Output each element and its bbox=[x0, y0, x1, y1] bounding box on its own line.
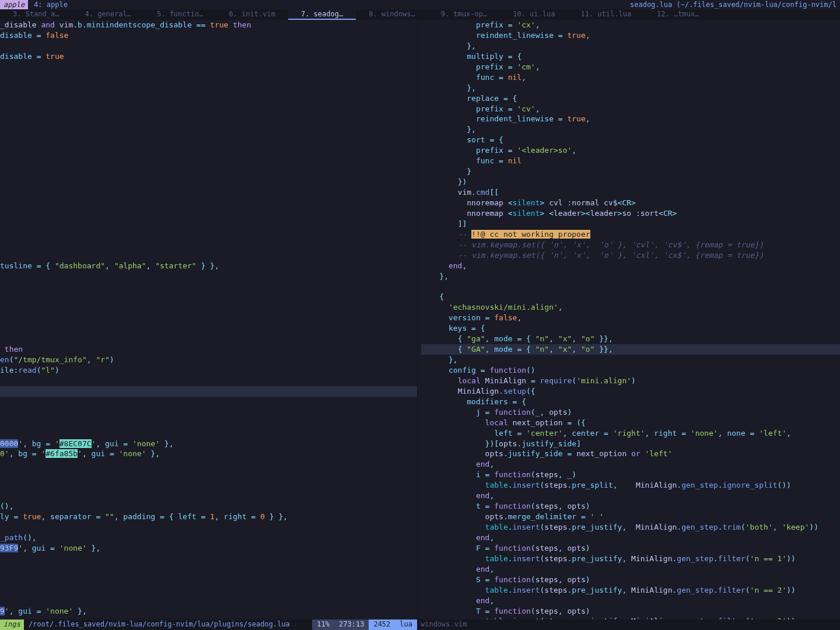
code-line[interactable]: prefix = '<leader>so', bbox=[421, 145, 840, 156]
code-line[interactable]: })[opts.justify_side] bbox=[421, 439, 840, 449]
code-line[interactable] bbox=[0, 491, 417, 501]
code-line[interactable]: en("/tmp/tmux_info", "r") bbox=[0, 355, 417, 365]
code-line[interactable] bbox=[0, 41, 417, 51]
code-line[interactable] bbox=[421, 281, 840, 292]
code-line[interactable]: }, bbox=[421, 271, 840, 282]
tmux-window-active[interactable]: 4: apple bbox=[28, 0, 74, 9]
code-line[interactable]: prefix = 'cx', bbox=[421, 20, 840, 30]
code-line[interactable]: }, bbox=[421, 41, 840, 51]
code-line[interactable]: opts.justify_side = next_option or 'left… bbox=[421, 449, 840, 459]
code-line[interactable]: T = function(steps, opts) bbox=[421, 606, 840, 617]
code-line[interactable] bbox=[0, 386, 417, 397]
code-line[interactable]: }, bbox=[421, 83, 840, 93]
code-line[interactable]: }) bbox=[421, 177, 840, 187]
code-line[interactable] bbox=[0, 522, 417, 533]
code-line[interactable] bbox=[0, 292, 417, 302]
code-line[interactable] bbox=[0, 93, 417, 104]
code-line[interactable]: prefix = 'cv', bbox=[421, 104, 840, 114]
code-line[interactable]: modifiers = { bbox=[421, 397, 840, 407]
code-line[interactable] bbox=[0, 240, 417, 250]
code-line[interactable] bbox=[0, 177, 417, 187]
code-line[interactable] bbox=[0, 114, 417, 124]
code-line[interactable] bbox=[0, 229, 417, 240]
code-line[interactable]: func = nil, bbox=[421, 72, 840, 83]
code-line[interactable]: reindent_linewise = true, bbox=[421, 114, 840, 124]
buffer-tab[interactable]: 4. general… bbox=[72, 9, 144, 20]
code-line[interactable] bbox=[0, 554, 417, 564]
code-line[interactable]: 'echasnovski/mini.align', bbox=[421, 302, 840, 313]
buffer-tab[interactable]: 8. windows… bbox=[356, 9, 428, 20]
code-line[interactable] bbox=[0, 397, 417, 407]
code-line[interactable] bbox=[0, 198, 417, 208]
buffer-tab[interactable]: 6. init.vim bbox=[216, 9, 288, 20]
code-line[interactable] bbox=[0, 407, 417, 418]
code-line[interactable]: } bbox=[421, 166, 840, 177]
code-line[interactable] bbox=[0, 219, 417, 229]
code-line[interactable] bbox=[0, 302, 417, 313]
code-line[interactable] bbox=[0, 585, 417, 596]
code-line[interactable]: { bbox=[421, 292, 840, 302]
code-line[interactable]: tusline = { "dashboard", "alpha", "start… bbox=[0, 261, 417, 271]
code-line[interactable]: config = function() bbox=[421, 365, 840, 376]
code-line[interactable]: replace = { bbox=[421, 93, 840, 104]
code-line[interactable] bbox=[0, 459, 417, 470]
code-line[interactable] bbox=[0, 575, 417, 585]
code-line[interactable] bbox=[0, 83, 417, 93]
code-line[interactable] bbox=[0, 104, 417, 114]
code-line[interactable]: -- vim.keymap.set({ 'n', 'x', 'o' }, 'cv… bbox=[421, 240, 840, 250]
code-line[interactable]: S = function(steps, opts) bbox=[421, 575, 840, 585]
code-line[interactable] bbox=[0, 281, 417, 292]
code-line[interactable]: i = function(steps, _) bbox=[421, 470, 840, 480]
code-line[interactable] bbox=[0, 166, 417, 177]
code-line[interactable] bbox=[0, 470, 417, 480]
code-line[interactable]: keys = { bbox=[421, 323, 840, 334]
code-line[interactable] bbox=[0, 62, 417, 72]
code-line[interactable]: table.insert(steps.pre_justify, MiniAlig… bbox=[421, 522, 840, 533]
code-line[interactable] bbox=[0, 564, 417, 575]
code-line[interactable]: disable = false bbox=[0, 30, 417, 41]
buffer-tab[interactable]: 7. seadog… bbox=[288, 9, 356, 20]
code-line[interactable]: disable = true bbox=[0, 51, 417, 62]
code-line[interactable]: nnoremap <silent> <leader><leader>so :so… bbox=[421, 208, 840, 219]
code-line[interactable] bbox=[0, 271, 417, 282]
code-line[interactable] bbox=[0, 313, 417, 323]
code-line[interactable]: local MiniAlign = require('mini.align') bbox=[421, 376, 840, 386]
code-line[interactable]: 0', bg = '#6fa85b', gui = 'none' }, bbox=[0, 449, 417, 459]
code-line[interactable]: left = 'center', center = 'right', right… bbox=[421, 428, 840, 439]
code-line[interactable] bbox=[0, 156, 417, 166]
code-line[interactable] bbox=[0, 72, 417, 83]
buffer-tab[interactable]: 5. functio… bbox=[144, 9, 216, 20]
code-line[interactable]: local next_option = ({ bbox=[421, 418, 840, 428]
code-line[interactable]: then bbox=[0, 344, 417, 355]
code-line[interactable]: end, bbox=[421, 459, 840, 470]
code-line[interactable] bbox=[0, 145, 417, 156]
code-line[interactable]: 93F9', gui = 'none' }, bbox=[0, 543, 417, 554]
code-line[interactable]: ]] bbox=[421, 219, 840, 229]
code-line[interactable]: end, bbox=[421, 564, 840, 575]
code-line[interactable] bbox=[0, 250, 417, 261]
code-line[interactable] bbox=[0, 480, 417, 491]
code-line[interactable]: ly = true, separator = "", padding = { l… bbox=[0, 512, 417, 522]
code-line[interactable]: { "ga", mode = { "n", "x", "o" }}, bbox=[421, 334, 840, 344]
code-line[interactable] bbox=[0, 596, 417, 606]
code-line[interactable]: (), bbox=[0, 501, 417, 512]
code-line[interactable]: -- !!@ cc not working propoer bbox=[421, 229, 840, 240]
code-line[interactable]: _disable and vim.b.miniindentscope_disab… bbox=[0, 20, 417, 30]
buffer-tab[interactable]: 12. …tmux… bbox=[644, 9, 712, 20]
code-line[interactable]: end, bbox=[421, 491, 840, 501]
code-line[interactable]: reindent_linewise = true, bbox=[421, 30, 840, 41]
buffer-tab[interactable]: 3. Stand_a… bbox=[0, 9, 72, 20]
editor-pane-right[interactable]: prefix = 'cx', reindent_linewise = true,… bbox=[417, 20, 840, 620]
code-line[interactable] bbox=[0, 428, 417, 439]
code-line[interactable]: }, bbox=[421, 124, 840, 135]
buffer-tab[interactable]: 11. util.lua bbox=[568, 9, 644, 20]
code-line[interactable]: }, bbox=[421, 355, 840, 365]
code-line[interactable]: vim.cmd[[ bbox=[421, 187, 840, 198]
code-line[interactable]: 0000', bg = '#8EC07C', gui = 'none' }, bbox=[0, 439, 417, 449]
code-line[interactable]: table.insert(steps.pre_split, MiniAlign.… bbox=[421, 480, 840, 491]
code-line[interactable]: j = function(_, opts) bbox=[421, 407, 840, 418]
code-line[interactable] bbox=[0, 187, 417, 198]
code-line[interactable] bbox=[0, 418, 417, 428]
code-line[interactable] bbox=[0, 323, 417, 334]
buffer-tab[interactable]: 10. ui.lua bbox=[500, 9, 568, 20]
